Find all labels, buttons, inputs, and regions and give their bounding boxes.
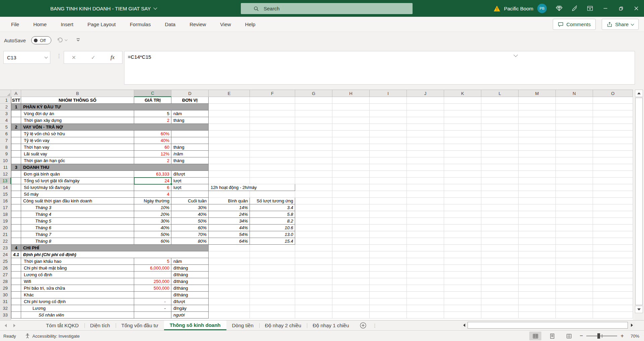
cell-D10[interactable]: tháng bbox=[171, 157, 209, 164]
cell-K18[interactable] bbox=[444, 211, 481, 218]
cell-H32[interactable] bbox=[332, 305, 370, 312]
cell-J32[interactable] bbox=[407, 305, 444, 312]
row-header-25[interactable]: 25 bbox=[0, 258, 11, 265]
row-header-4[interactable]: 4 bbox=[0, 117, 11, 124]
cell-J9[interactable] bbox=[407, 151, 444, 157]
cell-L25[interactable] bbox=[481, 258, 519, 265]
cell-I31[interactable] bbox=[370, 298, 407, 305]
cell-N21[interactable] bbox=[556, 231, 593, 238]
search-box[interactable]: Search bbox=[241, 3, 413, 14]
ribbon-tab-formulas[interactable]: Formulas bbox=[123, 17, 158, 32]
cell-E28[interactable] bbox=[209, 278, 250, 285]
cell-A21[interactable] bbox=[11, 231, 21, 238]
cell-M16[interactable] bbox=[519, 198, 556, 204]
cell-F10[interactable] bbox=[250, 157, 295, 164]
row-header-33[interactable]: 33 bbox=[0, 312, 11, 319]
cell-G15[interactable] bbox=[295, 191, 332, 198]
sheet-tab-3[interactable]: Tổng vốn đầu tư bbox=[116, 321, 164, 330]
cell-N9[interactable] bbox=[556, 151, 593, 157]
cell-F6[interactable] bbox=[250, 131, 295, 137]
workbook-title[interactable]: BANG TINH KINH DOANH - TIEM GIAT SAY bbox=[50, 0, 157, 17]
cell-M18[interactable] bbox=[519, 211, 556, 218]
cell-B24[interactable]: Định phí (Chi phí cố định) bbox=[21, 251, 209, 258]
cell-J15[interactable] bbox=[407, 191, 444, 198]
cell-K13[interactable] bbox=[444, 178, 481, 184]
ribbon-tab-help[interactable]: Help bbox=[238, 17, 263, 32]
cell-G7[interactable] bbox=[295, 137, 332, 144]
cell-G28[interactable] bbox=[295, 278, 332, 285]
cell-E22[interactable]: 64% bbox=[209, 238, 250, 245]
cell-K15[interactable] bbox=[444, 191, 481, 198]
row-header-29[interactable]: 29 bbox=[0, 285, 11, 292]
cell-C7[interactable]: 40% bbox=[134, 137, 171, 144]
cell-O27[interactable] bbox=[593, 272, 633, 278]
formula-input[interactable]: =C14*C15 bbox=[124, 51, 635, 85]
cell-H12[interactable] bbox=[332, 171, 370, 178]
cell-N33[interactable] bbox=[556, 312, 593, 319]
vertical-scroll-thumb[interactable] bbox=[635, 98, 643, 305]
cell-O13[interactable] bbox=[593, 178, 633, 184]
cell-N29[interactable] bbox=[556, 285, 593, 292]
column-header-E[interactable]: E bbox=[209, 90, 250, 97]
cell-K12[interactable] bbox=[444, 171, 481, 178]
cell-O14[interactable] bbox=[593, 184, 633, 191]
cell-F15[interactable] bbox=[250, 191, 295, 198]
cell-H9[interactable] bbox=[332, 151, 370, 157]
cell-F24[interactable] bbox=[250, 251, 295, 258]
cell-E31[interactable] bbox=[209, 298, 250, 305]
cell-G4[interactable] bbox=[295, 117, 332, 124]
cell-F22[interactable]: 15.4 bbox=[250, 238, 295, 245]
ribbon-tab-file[interactable]: File bbox=[4, 17, 26, 32]
cell-D33[interactable]: người bbox=[171, 312, 209, 319]
scroll-left-button[interactable] bbox=[461, 322, 467, 329]
cell-H5[interactable] bbox=[332, 124, 370, 131]
cell-E30[interactable] bbox=[209, 292, 250, 298]
cell-B16[interactable]: Công suất thời gian đầu kinh doanh bbox=[21, 198, 134, 204]
cell-K25[interactable] bbox=[444, 258, 481, 265]
cell-H15[interactable] bbox=[332, 191, 370, 198]
name-box[interactable]: C13 bbox=[3, 51, 50, 64]
cell-L6[interactable] bbox=[481, 131, 519, 137]
cell-L5[interactable] bbox=[481, 124, 519, 131]
cell-G25[interactable] bbox=[295, 258, 332, 265]
cell-K27[interactable] bbox=[444, 272, 481, 278]
cell-L32[interactable] bbox=[481, 305, 519, 312]
cell-M6[interactable] bbox=[519, 131, 556, 137]
cell-L20[interactable] bbox=[481, 225, 519, 231]
cell-K26[interactable] bbox=[444, 265, 481, 272]
cell-C3[interactable]: 5 bbox=[134, 110, 171, 117]
cell-D18[interactable]: 40% bbox=[171, 211, 209, 218]
row-header-1[interactable]: 1 bbox=[0, 97, 11, 104]
cell-C1[interactable]: GIÁ TRỊ bbox=[134, 97, 171, 104]
sheet-tab-2[interactable]: Diện tích bbox=[85, 321, 116, 330]
cell-F32[interactable] bbox=[250, 305, 295, 312]
cell-F2[interactable] bbox=[250, 104, 295, 110]
sheet-menu-icon[interactable]: ⋮ bbox=[373, 323, 377, 328]
cell-I27[interactable] bbox=[370, 272, 407, 278]
cell-D13[interactable]: lượt bbox=[171, 178, 209, 184]
cell-J23[interactable] bbox=[407, 245, 444, 251]
cell-N18[interactable] bbox=[556, 211, 593, 218]
column-header-D[interactable]: D bbox=[171, 90, 209, 97]
cell-O5[interactable] bbox=[593, 124, 633, 131]
cell-I16[interactable] bbox=[370, 198, 407, 204]
cell-F30[interactable] bbox=[250, 292, 295, 298]
cell-O18[interactable] bbox=[593, 211, 633, 218]
cell-K22[interactable] bbox=[444, 238, 481, 245]
cell-B12[interactable]: Đơn giá bình quân bbox=[21, 171, 134, 178]
cell-M13[interactable] bbox=[519, 178, 556, 184]
cell-L29[interactable] bbox=[481, 285, 519, 292]
cell-I29[interactable] bbox=[370, 285, 407, 292]
cell-D30[interactable]: đ/tháng bbox=[171, 292, 209, 298]
cell-O4[interactable] bbox=[593, 117, 633, 124]
cell-B10[interactable]: Thời gian ân hạn gốc bbox=[21, 157, 134, 164]
cell-J31[interactable] bbox=[407, 298, 444, 305]
cell-L1[interactable] bbox=[481, 97, 519, 104]
cell-D7[interactable] bbox=[171, 137, 209, 144]
cell-O22[interactable] bbox=[593, 238, 633, 245]
cell-C10[interactable]: 2 bbox=[134, 157, 171, 164]
cell-I26[interactable] bbox=[370, 265, 407, 272]
cell-J20[interactable] bbox=[407, 225, 444, 231]
cell-E33[interactable] bbox=[209, 312, 250, 319]
cell-A28[interactable] bbox=[11, 278, 21, 285]
